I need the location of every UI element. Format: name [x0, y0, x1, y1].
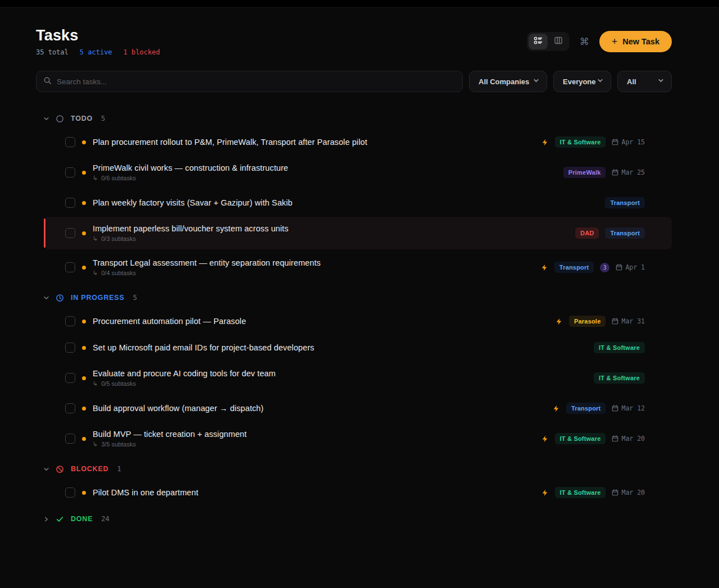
calendar-icon [612, 435, 618, 442]
list-view-button[interactable] [529, 34, 548, 49]
section-count: 1 [117, 465, 121, 473]
task-checkbox[interactable] [65, 343, 75, 353]
calendar-icon [612, 139, 618, 145]
section-header-blocked[interactable]: BLOCKED1 [36, 459, 672, 478]
task-row[interactable]: Build MVP — ticket creation + assignment… [44, 422, 672, 455]
tag-badge: IT & Software [555, 136, 606, 148]
task-row[interactable]: Procurement automation pilot — ParasoleP… [44, 309, 672, 334]
task-meta: IT & SoftwareApr 15 [541, 136, 645, 148]
scope-filter-dropdown[interactable]: All [617, 71, 672, 92]
company-filter-dropdown[interactable]: All Companies [469, 71, 547, 92]
scope-filter-value: All [627, 78, 636, 86]
count-badge: 3 [600, 263, 609, 272]
task-row[interactable]: Pilot DMS in one departmentIT & Software… [44, 480, 672, 505]
tag-badge: IT & Software [594, 372, 645, 384]
task-row[interactable]: Implement paperless bill/voucher system … [44, 217, 672, 249]
calendar-icon [612, 318, 618, 325]
search-icon [43, 76, 52, 87]
subtask-arrow-icon: ↳ [93, 235, 98, 243]
task-meta: DADTransport [575, 227, 645, 239]
section-count: 5 [101, 115, 105, 122]
task-row[interactable]: Transport Legal assessment — entity sepa… [44, 251, 672, 284]
due-date: Apr 1 [616, 263, 645, 271]
section-header-in_progress[interactable]: IN PROGRESS5 [36, 288, 672, 307]
task-main: Implement paperless bill/voucher system … [93, 224, 289, 243]
chevron-down-icon [43, 294, 50, 302]
subtask-arrow-icon: ↳ [93, 380, 98, 388]
board-view-button[interactable] [549, 34, 568, 49]
stat-blocked: 1 blocked [124, 48, 160, 56]
task-meta: IT & SoftwareMar 20 [541, 487, 645, 498]
task-title: Set up Microsoft paid email IDs for proj… [93, 343, 314, 352]
priority-dot-icon [82, 407, 86, 411]
task-meta: PrimeWalkMar 25 [563, 167, 645, 178]
title-block: Tasks 35 total 5 active 1 blocked [36, 27, 160, 56]
search-input[interactable] [57, 78, 456, 86]
section-label: DONE [71, 515, 93, 523]
task-checkbox[interactable] [65, 137, 75, 147]
subtask-arrow-icon: ↳ [93, 270, 98, 277]
task-row[interactable]: Set up Microsoft paid email IDs for proj… [44, 335, 672, 360]
calendar-icon [616, 264, 622, 271]
task-row[interactable]: Plan procurement rollout to P&M, PrimeWa… [44, 130, 672, 154]
task-checkbox[interactable] [65, 262, 75, 272]
section-header-done[interactable]: DONE24 [36, 509, 672, 528]
stat-active: 5 active [80, 48, 112, 56]
task-checkbox[interactable] [65, 228, 75, 238]
section-count: 24 [101, 515, 109, 523]
due-date: Apr 15 [612, 138, 645, 146]
task-main: Plan procurement rollout to P&M, PrimeWa… [93, 138, 367, 147]
section-header-todo[interactable]: TODO5 [36, 109, 672, 128]
task-meta: IT & SoftwareMar 20 [541, 433, 645, 444]
task-row[interactable]: Build approval workflow (manager → dispa… [44, 396, 672, 421]
task-checkbox[interactable] [65, 403, 75, 413]
task-row[interactable]: Plan weekly factory visits (Savar + Gazi… [44, 190, 672, 215]
task-checkbox[interactable] [65, 373, 75, 383]
tag-badge: DAD [575, 227, 599, 239]
calendar-icon [612, 405, 618, 412]
subtask-progress: ↳0/6 subtasks [93, 175, 288, 182]
board-view-icon [554, 36, 563, 47]
assignee-filter-value: Everyone [563, 78, 596, 86]
chevron-down-icon [43, 115, 50, 122]
assignee-filter-dropdown[interactable]: Everyone [553, 71, 611, 92]
circle-icon [56, 115, 64, 123]
tag-badge: Parasole [569, 316, 606, 327]
task-main: Transport Legal assessment — entity sepa… [93, 258, 321, 277]
chevron-down-icon [533, 77, 540, 86]
task-title: Build approval workflow (manager → dispa… [93, 404, 263, 413]
tag-badge: Transport [554, 262, 594, 273]
chevron-right-icon [43, 516, 50, 523]
task-checkbox[interactable] [65, 198, 75, 208]
task-title: Transport Legal assessment — entity sepa… [93, 258, 321, 267]
task-title: PrimeWalk civil works — construction & i… [93, 163, 288, 172]
task-checkbox[interactable] [65, 487, 75, 498]
lightning-icon [541, 264, 548, 271]
task-row[interactable]: PrimeWalk civil works — construction & i… [44, 156, 672, 189]
filter-bar: All Companies Everyone All [36, 71, 672, 92]
task-checkbox[interactable] [65, 167, 75, 177]
priority-dot-icon [82, 320, 86, 323]
task-meta: IT & Software [594, 342, 645, 353]
task-main: Plan weekly factory visits (Savar + Gazi… [93, 198, 293, 207]
view-toggle [527, 32, 570, 51]
task-title: Plan weekly factory visits (Savar + Gazi… [93, 198, 293, 207]
due-date: Mar 20 [612, 435, 645, 443]
no-entry-icon [56, 465, 64, 473]
task-checkbox[interactable] [65, 316, 75, 326]
subtask-arrow-icon: ↳ [93, 441, 98, 448]
subtask-progress: ↳0/3 subtasks [93, 235, 289, 243]
task-main: Pilot DMS in one department [93, 488, 198, 497]
task-stats: 35 total 5 active 1 blocked [36, 48, 160, 56]
task-title: Build MVP — ticket creation + assignment [93, 430, 247, 439]
subtask-progress: ↳3/5 subtasks [93, 441, 247, 448]
new-task-button[interactable]: + New Task [599, 31, 672, 52]
chevron-down-icon [43, 466, 50, 473]
task-checkbox[interactable] [65, 434, 75, 444]
tag-badge: IT & Software [555, 433, 606, 444]
task-title: Evaluate and procure AI coding tools for… [93, 369, 276, 378]
lightning-icon [541, 139, 549, 146]
task-row[interactable]: Evaluate and procure AI coding tools for… [44, 362, 672, 394]
task-main: Build approval workflow (manager → dispa… [93, 404, 263, 413]
due-date: Mar 25 [612, 168, 645, 176]
